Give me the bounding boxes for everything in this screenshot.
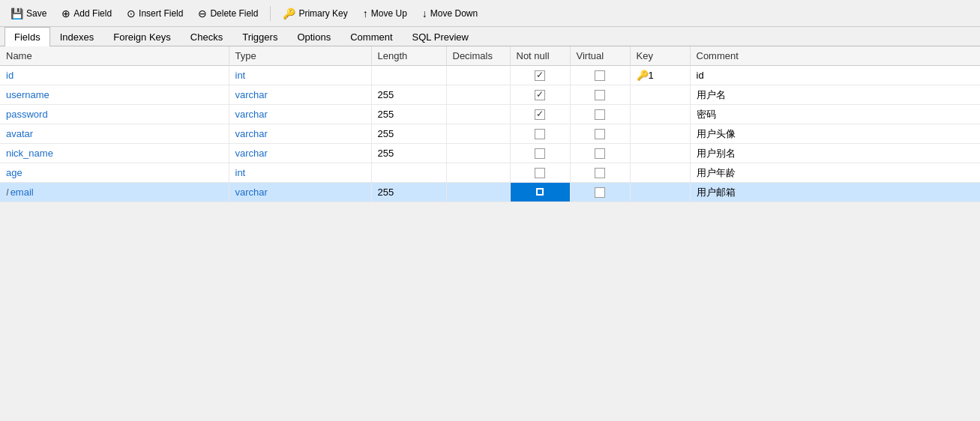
tab-sql-preview[interactable]: SQL Preview [403, 27, 478, 46]
field-type: int [235, 70, 246, 81]
field-virtual-cell[interactable] [570, 124, 630, 144]
field-length-cell: 255 [371, 85, 446, 105]
field-decimals-cell [446, 105, 510, 124]
field-notnull-cell[interactable] [510, 183, 570, 202]
field-virtual-cell[interactable] [570, 163, 630, 183]
table-row[interactable]: avatarvarchar255用户头像 [0, 124, 980, 144]
virtual-checkbox[interactable] [595, 109, 605, 120]
table-row[interactable]: nick_namevarchar255用户别名 [0, 144, 980, 163]
move-up-button[interactable]: ↑Move Up [357, 5, 413, 22]
field-type-cell: int [229, 163, 371, 183]
tab-triggers[interactable]: Triggers [232, 27, 287, 46]
move-up-label: Move Up [371, 8, 407, 19]
field-type-cell: varchar [229, 144, 371, 163]
insert-field-label: Insert Field [139, 8, 183, 19]
field-name: nick_name [6, 148, 53, 159]
toolbar: 💾Save⊕Add Field⊙Insert Field⊖Delete Fiel… [0, 0, 980, 27]
field-virtual-cell[interactable] [570, 105, 630, 124]
key-number: 1 [649, 70, 654, 81]
primary-key-icon: 🔑 [283, 7, 295, 19]
add-field-label: Add Field [73, 8, 112, 19]
notnull-checkbox[interactable] [535, 70, 545, 81]
field-name-cell: nick_name [0, 144, 229, 163]
notnull-checkbox[interactable] [535, 168, 545, 178]
field-type-cell: int [229, 66, 371, 85]
virtual-checkbox[interactable] [595, 168, 605, 178]
virtual-checkbox[interactable] [595, 187, 605, 198]
field-length-cell: 255 [371, 105, 446, 124]
tabs-bar: FieldsIndexesForeign KeysChecksTriggersO… [0, 27, 980, 46]
tab-comment[interactable]: Comment [340, 27, 402, 46]
field-type: varchar [235, 109, 268, 120]
field-notnull-cell[interactable] [510, 105, 570, 124]
field-key-cell [630, 163, 690, 183]
move-down-button[interactable]: ↓Move Down [416, 5, 484, 22]
field-type: varchar [235, 148, 268, 159]
tab-fields[interactable]: Fields [4, 27, 50, 46]
field-type-cell: varchar [229, 124, 371, 144]
field-virtual-cell[interactable] [570, 183, 630, 202]
primary-key-button[interactable]: 🔑Primary Key [277, 5, 353, 22]
delete-field-button[interactable]: ⊖Delete Field [192, 5, 264, 22]
field-virtual-cell[interactable] [570, 85, 630, 105]
tab-foreign-keys[interactable]: Foreign Keys [103, 27, 181, 46]
field-name-cell: age [0, 163, 229, 183]
field-type-cell: varchar [229, 85, 371, 105]
notnull-checkbox[interactable] [535, 109, 545, 120]
field-notnull-cell[interactable] [510, 124, 570, 144]
field-name: avatar [6, 128, 33, 139]
field-type: varchar [235, 187, 268, 198]
field-type: varchar [235, 128, 268, 139]
field-notnull-cell[interactable] [510, 66, 570, 85]
key-icon: 🔑 [637, 70, 649, 81]
table-row[interactable]: usernamevarchar255用户名 [0, 85, 980, 105]
field-notnull-cell[interactable] [510, 144, 570, 163]
save-icon: 💾 [10, 7, 23, 19]
fields-table-container: NameTypeLengthDecimalsNot nullVirtualKey… [0, 46, 980, 202]
tab-indexes[interactable]: Indexes [50, 27, 104, 46]
field-name: id [6, 70, 13, 81]
virtual-checkbox[interactable] [595, 70, 605, 81]
notnull-checkbox[interactable] [535, 129, 545, 139]
col-header-key: Key [630, 46, 690, 66]
field-notnull-cell[interactable] [510, 163, 570, 183]
field-name: username [6, 89, 49, 100]
field-notnull-cell[interactable] [510, 85, 570, 105]
field-name-cell: Iemail [0, 183, 229, 202]
add-field-button[interactable]: ⊕Add Field [55, 5, 118, 22]
delete-field-label: Delete Field [210, 8, 258, 19]
insert-field-button[interactable]: ⊙Insert Field [121, 5, 189, 22]
checkbox-inner [536, 188, 544, 196]
field-virtual-cell[interactable] [570, 66, 630, 85]
field-length-cell [371, 66, 446, 85]
field-type-cell: varchar [229, 105, 371, 124]
col-header-type: Type [229, 46, 371, 66]
save-button[interactable]: 💾Save [4, 5, 52, 22]
field-name-cell: password [0, 105, 229, 124]
tab-options[interactable]: Options [287, 27, 340, 46]
add-field-icon: ⊕ [61, 7, 70, 19]
notnull-checkbox[interactable] [535, 148, 545, 159]
table-row[interactable]: ageint用户年龄 [0, 163, 980, 183]
fields-table: NameTypeLengthDecimalsNot nullVirtualKey… [0, 46, 980, 202]
field-virtual-cell[interactable] [570, 144, 630, 163]
table-row[interactable]: idint🔑1id [0, 66, 980, 85]
field-decimals-cell [446, 85, 510, 105]
notnull-checkbox[interactable] [535, 187, 545, 198]
notnull-checkbox[interactable] [535, 90, 545, 100]
table-row[interactable]: Iemailvarchar255用户邮箱 [0, 183, 980, 202]
table-row[interactable]: passwordvarchar255密码 [0, 105, 980, 124]
move-down-label: Move Down [430, 8, 478, 19]
col-header-length: Length [371, 46, 446, 66]
move-up-icon: ↑ [363, 7, 368, 19]
field-key-cell [630, 124, 690, 144]
virtual-checkbox[interactable] [595, 148, 605, 159]
virtual-checkbox[interactable] [595, 90, 605, 100]
virtual-checkbox[interactable] [595, 129, 605, 139]
field-key-cell: 🔑1 [630, 66, 690, 85]
field-length-cell: 255 [371, 183, 446, 202]
tab-checks[interactable]: Checks [181, 27, 232, 46]
field-name: password [6, 109, 48, 120]
toolbar-separator [270, 6, 271, 21]
field-type: int [235, 167, 246, 178]
